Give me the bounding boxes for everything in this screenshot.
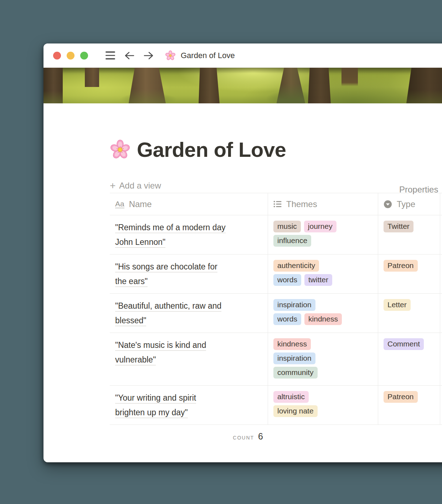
- filler-cell: [440, 333, 442, 385]
- filler-cell: [440, 215, 442, 254]
- row-title-text: the ears": [115, 277, 148, 287]
- type-cell[interactable]: Patreon: [378, 254, 440, 293]
- theme-tag: inspiration: [273, 299, 315, 311]
- theme-tag: community: [273, 367, 318, 379]
- forward-icon[interactable]: [144, 51, 154, 60]
- bulleted-list-icon: [273, 200, 282, 208]
- type-tag: Patreon: [384, 391, 418, 403]
- tree-trunk: [307, 68, 332, 103]
- theme-tag: words: [273, 274, 301, 286]
- theme-tag: twitter: [304, 274, 332, 286]
- plus-icon: +: [110, 181, 115, 191]
- titlebar: Garden of Love: [43, 43, 442, 68]
- row-title-text: "Reminds me of a modern day: [115, 223, 226, 233]
- table-row[interactable]: "Beautiful, authentic, raw andblessed"in…: [110, 294, 442, 333]
- name-cell[interactable]: "His songs are chocolate forthe ears": [110, 254, 268, 293]
- zoom-button[interactable]: [80, 52, 88, 60]
- theme-tag: kindness: [304, 313, 342, 325]
- table-row[interactable]: "Nate's music is kind andvulnerable"kind…: [110, 333, 442, 386]
- filler-cell: [440, 254, 442, 293]
- theme-tag: music: [273, 221, 301, 232]
- column-header-themes[interactable]: Themes: [268, 193, 378, 215]
- themes-cell[interactable]: altruisticloving nate: [268, 386, 378, 425]
- type-tag: Patreon: [384, 260, 418, 272]
- column-header-filler: [440, 193, 442, 215]
- row-title-text: "His songs are chocolate for: [115, 262, 217, 272]
- table-header: Aa Name Themes Type: [110, 193, 442, 215]
- type-cell[interactable]: Letter: [378, 294, 440, 333]
- name-cell[interactable]: "Nate's music is kind andvulnerable": [110, 333, 268, 385]
- row-title-text: John Lennon": [115, 237, 165, 248]
- page-header: Garden of Love: [110, 138, 442, 161]
- theme-tag: journey: [304, 221, 336, 232]
- row-title-text: "Your writing and spirit: [115, 393, 196, 403]
- filler-cell: [440, 386, 442, 425]
- tree-trunk: [85, 68, 99, 87]
- themes-cell[interactable]: kindnessinspirationcommunity: [268, 333, 378, 385]
- tree-trunk: [129, 68, 166, 103]
- tree-trunk: [406, 68, 442, 103]
- menu-icon[interactable]: [106, 51, 115, 60]
- count-label: COUNT: [233, 435, 254, 441]
- database-table: Aa Name Themes Type "Reminds me of: [110, 193, 442, 425]
- add-view-button[interactable]: + Add a view: [110, 181, 161, 191]
- back-icon[interactable]: [124, 51, 134, 60]
- theme-tag: loving nate: [273, 405, 318, 417]
- filler-cell: [440, 294, 442, 333]
- type-tag: Twitter: [384, 221, 413, 232]
- type-tag: Comment: [384, 338, 424, 350]
- tree-trunk: [341, 68, 358, 86]
- type-cell[interactable]: Twitter: [378, 215, 440, 254]
- tree-trunk: [277, 68, 305, 103]
- column-header-type[interactable]: Type: [378, 193, 440, 215]
- tree-trunk: [43, 68, 63, 103]
- column-header-name[interactable]: Aa Name: [110, 193, 268, 215]
- type-tag: Letter: [384, 299, 411, 311]
- theme-tag: authenticity: [273, 260, 319, 272]
- row-title-text: brighten up my day": [115, 408, 188, 418]
- close-button[interactable]: [53, 52, 61, 60]
- count-value: 6: [258, 431, 263, 442]
- page-icon-cherry-blossom[interactable]: [110, 139, 130, 160]
- minimize-button[interactable]: [67, 52, 74, 60]
- themes-cell[interactable]: inspirationwordskindness: [268, 294, 378, 333]
- row-title-text: "Beautiful, authentic, raw and: [115, 301, 221, 312]
- app-window: Garden of Love Garden of Love + Add a vi…: [43, 43, 442, 462]
- theme-tag: words: [273, 313, 301, 325]
- window-title: Garden of Love: [181, 51, 235, 60]
- theme-tag: influence: [273, 235, 311, 247]
- view-toolbar: + Add a view: [110, 179, 442, 193]
- select-icon: [384, 200, 392, 209]
- theme-tag: kindness: [273, 338, 311, 350]
- theme-tag: altruistic: [273, 391, 309, 403]
- theme-tag: inspiration: [273, 353, 315, 364]
- table-row[interactable]: "His songs are chocolate forthe ears"aut…: [110, 254, 442, 294]
- page-title: Garden of Love: [137, 138, 286, 161]
- text-icon: Aa: [115, 200, 124, 208]
- cherry-blossom-icon: [165, 50, 176, 61]
- row-title-text: "Nate's music is kind and: [115, 340, 206, 351]
- row-title-text: vulnerable": [115, 355, 156, 365]
- name-cell[interactable]: "Your writing and spiritbrighten up my d…: [110, 386, 268, 425]
- name-cell[interactable]: "Reminds me of a modern dayJohn Lennon": [110, 215, 268, 254]
- tree-trunk: [198, 68, 220, 103]
- type-cell[interactable]: Comment: [378, 333, 440, 385]
- properties-button[interactable]: Properties: [399, 185, 438, 195]
- themes-cell[interactable]: musicjourneyinfluence: [268, 215, 378, 254]
- table-row[interactable]: "Your writing and spiritbrighten up my d…: [110, 386, 442, 425]
- cover-image: [43, 68, 442, 103]
- themes-cell[interactable]: authenticitywordstwitter: [268, 254, 378, 293]
- count-footer[interactable]: COUNT 6: [110, 425, 268, 442]
- row-title-text: blessed": [115, 316, 146, 326]
- table-row[interactable]: "Reminds me of a modern dayJohn Lennon"m…: [110, 215, 442, 254]
- table-body: "Reminds me of a modern dayJohn Lennon"m…: [110, 215, 442, 425]
- name-cell[interactable]: "Beautiful, authentic, raw andblessed": [110, 294, 268, 333]
- type-cell[interactable]: Patreon: [378, 386, 440, 425]
